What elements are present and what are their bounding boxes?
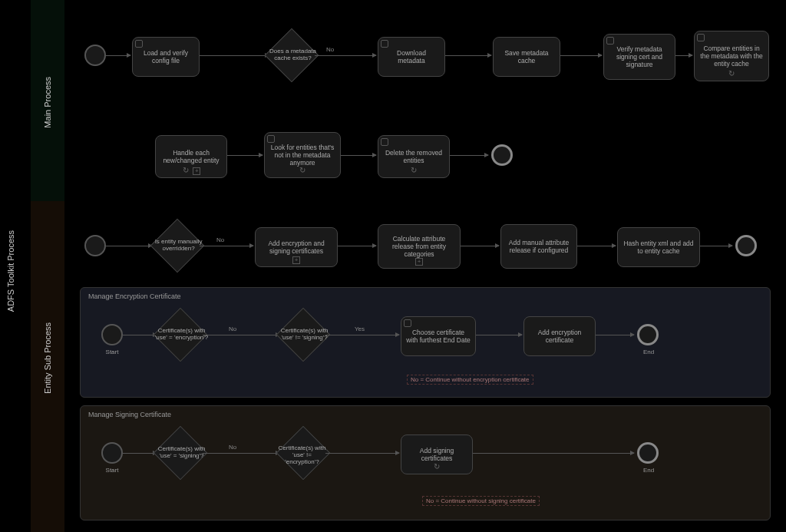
task-add-enc-cert[interactable]: Add encryption certificate xyxy=(523,316,596,356)
task-save-cache[interactable]: Save metadata cache xyxy=(493,37,560,77)
flow xyxy=(203,335,279,335)
task-label: Add signing certificates xyxy=(406,447,467,462)
subprocess-icon: + xyxy=(193,167,200,175)
loop-icon: ↻ xyxy=(411,166,417,175)
task-label: Calculate attribute release from entity … xyxy=(383,235,455,259)
edge-no-continue-enc: No = Continue without encryption certifi… xyxy=(407,375,533,385)
flow xyxy=(227,155,263,156)
flow xyxy=(106,55,130,56)
gateway-cache-exists[interactable]: Does a metadata cache exists? xyxy=(265,28,319,83)
start-event-main xyxy=(84,45,106,66)
task-delete-removed[interactable]: Delete the removed entities ↻ xyxy=(378,135,450,178)
flow xyxy=(560,55,602,56)
task-label: Handle each new/changed entity xyxy=(160,149,222,164)
task-choose-furthest[interactable]: Choose certificate with furthest End Dat… xyxy=(401,316,476,356)
task-label: Verify metadata signing cert and signatu… xyxy=(609,45,670,69)
flow xyxy=(106,246,152,246)
task-label: Download metadata xyxy=(383,49,440,64)
loop-icon: ↻ xyxy=(434,462,440,471)
end-event-sign xyxy=(637,442,659,464)
start-event-enc xyxy=(101,324,123,345)
edge-yes: Yes xyxy=(355,325,365,332)
flow xyxy=(675,55,692,56)
flow xyxy=(325,453,399,454)
end-event-sub xyxy=(735,235,757,256)
task-add-sign-cert[interactable]: Add signing certificates ↻ xyxy=(401,435,473,474)
task-compare-entities[interactable]: Compare entities in the metadata with th… xyxy=(694,31,769,81)
loop-icon: ↻ xyxy=(183,166,189,175)
task-label: Add encryption and signing certificates xyxy=(260,240,332,255)
end-label: End xyxy=(637,467,660,474)
flow xyxy=(450,155,488,156)
flow xyxy=(473,453,634,454)
flow xyxy=(700,246,732,246)
task-verify-signing[interactable]: Verify metadata signing cert and signatu… xyxy=(603,34,675,80)
lane-main-label: Main Process xyxy=(43,77,52,128)
flow xyxy=(200,246,253,246)
flow xyxy=(461,246,499,246)
lane-sub-label: Entity Sub Process xyxy=(43,322,52,394)
flow xyxy=(341,155,376,156)
start-label: Start xyxy=(98,349,126,355)
gateway-label: Certificate(s) with 'use' = 'signing'? xyxy=(155,446,209,460)
flow xyxy=(200,55,269,56)
task-label: Add encryption certificate xyxy=(529,329,590,344)
task-manual-release[interactable]: Add manual attribute release if configur… xyxy=(500,224,577,269)
gateway-label: Certificate(s) with 'use' != 'signing'? xyxy=(278,328,332,342)
start-event-sign xyxy=(101,442,123,464)
edge-no: No xyxy=(326,46,334,53)
edge-no: No xyxy=(216,236,224,243)
panel-title: Manage Encryption Certificate xyxy=(88,292,181,300)
gateway-manually-overridden[interactable]: Is entity manually overridden? xyxy=(150,219,205,273)
script-icon xyxy=(606,37,614,45)
gateway-label: Certificate(s) with 'use' = 'encryption'… xyxy=(155,328,209,342)
script-icon xyxy=(381,40,388,48)
task-label: Add manual attribute release if configur… xyxy=(506,239,572,254)
task-label: Delete the removed entities xyxy=(383,149,444,164)
end-label: End xyxy=(637,349,660,355)
edge-no: No xyxy=(229,325,236,332)
script-icon xyxy=(135,40,143,48)
panel-title: Manage Signing Certificate xyxy=(88,411,171,418)
task-label: Compare entities in the metadata with th… xyxy=(699,45,764,68)
flow xyxy=(203,453,279,454)
task-label: Hash entity xml and add to entity cache xyxy=(623,240,695,255)
flow xyxy=(123,453,157,454)
flow xyxy=(596,335,634,335)
gateway-label: Does a metadata cache exists? xyxy=(266,48,320,62)
flow xyxy=(338,246,376,246)
script-icon xyxy=(267,135,275,143)
end-event-enc xyxy=(637,324,659,345)
script-icon xyxy=(697,34,705,41)
end-event-main xyxy=(491,144,513,166)
subprocess-icon: + xyxy=(415,258,423,266)
task-add-certs[interactable]: Add encryption and signing certificates … xyxy=(255,227,338,267)
task-download-metadata[interactable]: Download metadata xyxy=(378,37,445,77)
task-calc-release[interactable]: Calculate attribute release from entity … xyxy=(378,224,461,269)
task-handle-entity[interactable]: Handle each new/changed entity ↻ + xyxy=(155,135,227,178)
pool-title: ADFS Toolkit Process xyxy=(6,230,15,312)
gateway-label: Certificate(s) with 'use' != 'encryption… xyxy=(275,445,329,465)
edge-no-continue-sign: No = Continue without signing certificat… xyxy=(422,496,540,506)
script-icon xyxy=(381,138,388,146)
loop-icon: ↻ xyxy=(299,166,305,175)
flow xyxy=(123,335,157,335)
start-event-sub xyxy=(84,235,106,256)
flow xyxy=(445,55,491,56)
task-load-config[interactable]: Load and verify config file xyxy=(132,37,200,77)
subprocess-icon: + xyxy=(292,256,300,264)
gateway-label: Is entity manually overridden? xyxy=(152,239,206,253)
edge-no: No xyxy=(229,444,236,451)
loop-icon: ↻ xyxy=(728,69,735,78)
flow xyxy=(577,246,616,246)
start-label: Start xyxy=(98,467,126,474)
task-look-removed[interactable]: Look for entities that's not in the meta… xyxy=(264,132,341,178)
task-hash-entity[interactable]: Hash entity xml and add to entity cache xyxy=(617,227,700,267)
flow xyxy=(476,335,522,335)
flow xyxy=(325,335,399,335)
flow xyxy=(315,55,376,56)
task-label: Save metadata cache xyxy=(498,49,555,64)
task-label: Choose certificate with furthest End Dat… xyxy=(406,329,471,344)
script-icon xyxy=(404,319,411,327)
task-label: Load and verify config file xyxy=(137,49,194,64)
